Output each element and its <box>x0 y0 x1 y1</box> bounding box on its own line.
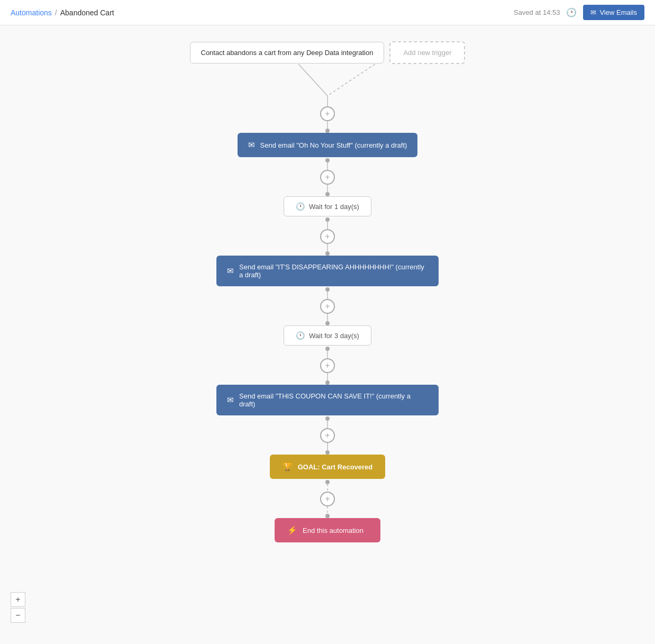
connector-dot <box>325 380 330 385</box>
add-step-button-7[interactable]: + <box>320 492 335 506</box>
email-node-2-label: Send email "IT'S DISAPPEARING AHHHHHHHH!… <box>239 263 428 279</box>
connector-line <box>327 244 328 251</box>
view-emails-label: View Emails <box>599 8 637 16</box>
email-node-2[interactable]: ✉ Send email "IT'S DISAPPEARING AHHHHHHH… <box>216 256 439 286</box>
end-node[interactable]: ⚡ End this automation <box>275 518 380 542</box>
connector-line <box>327 222 328 229</box>
header-right: Saved at 14:53 🕑 ✉ View Emails <box>514 5 644 20</box>
connector-dot <box>325 251 330 256</box>
wait-node-1-label: Wait for 1 day(s) <box>309 203 359 211</box>
envelope-icon-1: ✉ <box>248 140 255 150</box>
wait-node-2[interactable]: 🕐 Wait for 3 day(s) <box>284 325 371 346</box>
connector-dot <box>325 450 330 455</box>
connector-line <box>327 351 328 358</box>
clock-icon-2: 🕐 <box>296 331 305 340</box>
connector-dot <box>325 416 330 421</box>
fork-svg <box>216 64 439 106</box>
breadcrumb: Automations / Abandoned Cart <box>11 8 114 17</box>
connector-dot <box>325 480 330 484</box>
automation-canvas: Contact abandons a cart from any Deep Da… <box>0 25 655 644</box>
trigger-row: Contact abandons a cart from any Deep Da… <box>190 41 466 64</box>
email-node-1[interactable]: ✉ Send email "Oh No Your Stuff" (current… <box>238 133 418 157</box>
email-node-3-label: Send email "THIS COUPON CAN SAVE IT!" (c… <box>239 392 428 408</box>
add-step-button-2[interactable]: + <box>320 170 335 185</box>
breadcrumb-automations-link[interactable]: Automations <box>11 8 52 17</box>
add-step-button-6[interactable]: + <box>320 428 335 443</box>
svg-line-1 <box>328 64 375 96</box>
envelope-icon-2: ✉ <box>227 266 234 276</box>
connector-line <box>327 421 328 428</box>
connector-line <box>327 314 328 321</box>
add-step-button-5[interactable]: + <box>320 358 335 373</box>
email-icon: ✉ <box>590 8 596 16</box>
wait-node-2-label: Wait for 3 day(s) <box>309 332 359 340</box>
clock-icon-1: 🕐 <box>296 202 305 211</box>
zoom-controls: + − <box>11 592 25 623</box>
breadcrumb-current-page: Abandoned Cart <box>60 8 114 17</box>
breadcrumb-separator: / <box>55 8 57 17</box>
connector-line <box>327 121 328 129</box>
add-trigger[interactable]: Add new trigger <box>389 41 465 64</box>
fork-connector <box>216 64 439 106</box>
bolt-icon: ⚡ <box>287 525 297 535</box>
connector-line-dashed <box>327 506 328 514</box>
goal-node-label: GOAL: Cart Recovered <box>298 463 373 471</box>
connector-dot <box>325 287 330 292</box>
zoom-out-button[interactable]: − <box>11 608 25 623</box>
connector-dot <box>325 158 330 162</box>
connector-dot <box>325 217 330 222</box>
history-icon[interactable]: 🕑 <box>566 7 577 17</box>
connector-dot <box>325 514 330 518</box>
connector-line <box>327 185 328 192</box>
view-emails-button[interactable]: ✉ View Emails <box>583 5 644 20</box>
connector-line <box>327 373 328 380</box>
email-node-3[interactable]: ✉ Send email "THIS COUPON CAN SAVE IT!" … <box>216 385 439 415</box>
add-step-button-1[interactable]: + <box>320 106 335 121</box>
trophy-icon: 🏆 <box>283 462 293 471</box>
connector-dot <box>325 192 330 196</box>
connector-dot <box>325 321 330 325</box>
zoom-in-button[interactable]: + <box>11 592 25 607</box>
connector-dot <box>325 347 330 351</box>
app-header: Automations / Abandoned Cart Saved at 14… <box>0 0 655 25</box>
main-trigger[interactable]: Contact abandons a cart from any Deep Da… <box>190 42 385 64</box>
email-node-1-label: Send email "Oh No Your Stuff" (currently… <box>260 141 407 149</box>
wait-node-1[interactable]: 🕐 Wait for 1 day(s) <box>284 196 371 216</box>
envelope-icon-3: ✉ <box>227 395 234 405</box>
connector-line <box>327 162 328 170</box>
connector-dot <box>325 129 330 133</box>
add-step-button-3[interactable]: + <box>320 229 335 244</box>
connector-line-dashed <box>327 484 328 492</box>
end-node-label: End this automation <box>303 527 363 534</box>
goal-node[interactable]: 🏆 GOAL: Cart Recovered <box>270 455 386 479</box>
connector-line <box>327 443 328 450</box>
add-step-button-4[interactable]: + <box>320 299 335 314</box>
connector-line <box>327 292 328 299</box>
saved-status: Saved at 14:53 <box>514 8 560 16</box>
svg-line-0 <box>298 64 328 96</box>
